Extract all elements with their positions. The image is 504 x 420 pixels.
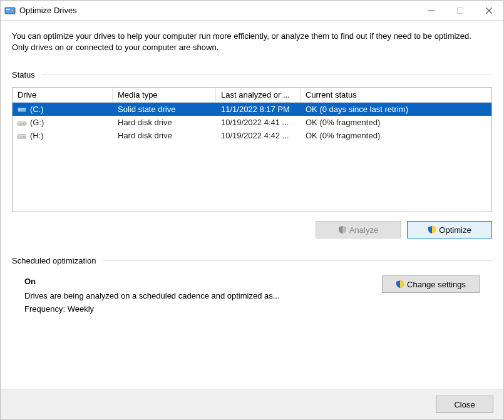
cell-last: 11/1/2022 8:17 PM [216, 103, 301, 116]
svg-rect-11 [18, 121, 26, 122]
footer: Close [1, 389, 503, 419]
titlebar: Optimize Drives [1, 1, 503, 21]
description-text: You can optimize your drives to help you… [12, 31, 475, 53]
cell-status: OK (0% fragmented) [301, 129, 491, 142]
table-header-row: Drive Media type Last analyzed or ... Cu… [13, 88, 491, 103]
drive-table[interactable]: Drive Media type Last analyzed or ... Cu… [12, 87, 492, 212]
table-row[interactable]: (C:)Solid state drive11/1/2022 8:17 PMOK… [13, 103, 491, 116]
minimize-button[interactable] [417, 1, 446, 20]
cell-media: Hard disk drive [113, 129, 216, 142]
cell-drive: (G:) [13, 116, 113, 129]
cell-media: Solid state drive [113, 103, 216, 116]
status-section-header: Status [12, 70, 492, 79]
window-controls [417, 1, 503, 20]
action-buttons: Analyze Optimize [12, 221, 492, 238]
svg-rect-8 [18, 108, 26, 109]
app-icon [4, 5, 16, 16]
divider [43, 74, 492, 75]
svg-rect-9 [19, 110, 21, 110]
table-row[interactable]: (G:)Hard disk drive10/19/2022 4:41 ...OK… [13, 116, 491, 129]
cell-status: OK (0 days since last retrim) [301, 103, 491, 116]
svg-rect-14 [18, 134, 26, 135]
col-header-last[interactable]: Last analyzed or ... [216, 88, 301, 102]
divider [103, 260, 492, 261]
status-section-label: Status [12, 70, 43, 79]
shield-icon [396, 280, 404, 289]
shield-icon [338, 225, 347, 234]
svg-point-2 [11, 9, 14, 12]
scheduled-info: On Drives are being analyzed on a schedu… [12, 273, 492, 315]
optimize-label: Optimize [439, 225, 471, 235]
svg-point-15 [23, 136, 24, 137]
cell-drive: (C:) [13, 103, 113, 116]
scheduled-section-header: Scheduled optimization [12, 256, 492, 265]
table-row[interactable]: (H:)Hard disk drive10/19/2022 4:42 ...OK… [13, 129, 491, 142]
svg-rect-1 [6, 9, 10, 10]
scheduled-frequency: Frequency: Weekly [24, 303, 369, 316]
close-label: Close [454, 400, 475, 409]
scheduled-section-label: Scheduled optimization [12, 256, 103, 265]
cell-drive: (H:) [13, 129, 113, 142]
analyze-button: Analyze [316, 221, 401, 238]
cell-last: 10/19/2022 4:42 ... [216, 129, 301, 142]
col-header-media[interactable]: Media type [113, 88, 216, 102]
close-dialog-button[interactable]: Close [436, 396, 493, 413]
col-header-status[interactable]: Current status [301, 88, 491, 102]
svg-point-12 [23, 123, 24, 124]
col-header-drive[interactable]: Drive [13, 88, 113, 102]
change-settings-button[interactable]: Change settings [382, 275, 480, 293]
shield-icon [428, 225, 436, 234]
scheduled-state: On [24, 275, 369, 289]
svg-rect-4 [458, 8, 463, 13]
cell-last: 10/19/2022 4:41 ... [216, 116, 301, 129]
window-title: Optimize Drives [19, 6, 417, 15]
cell-status: OK (0% fragmented) [301, 116, 491, 129]
cell-media: Hard disk drive [113, 116, 216, 129]
optimize-button[interactable]: Optimize [407, 221, 492, 238]
scheduled-detail: Drives are being analyzed on a scheduled… [24, 290, 369, 303]
content-area: You can optimize your drives to help you… [1, 21, 503, 389]
close-button[interactable] [475, 1, 503, 20]
analyze-label: Analyze [349, 225, 378, 235]
change-settings-label: Change settings [407, 280, 466, 289]
maximize-button [446, 1, 475, 20]
